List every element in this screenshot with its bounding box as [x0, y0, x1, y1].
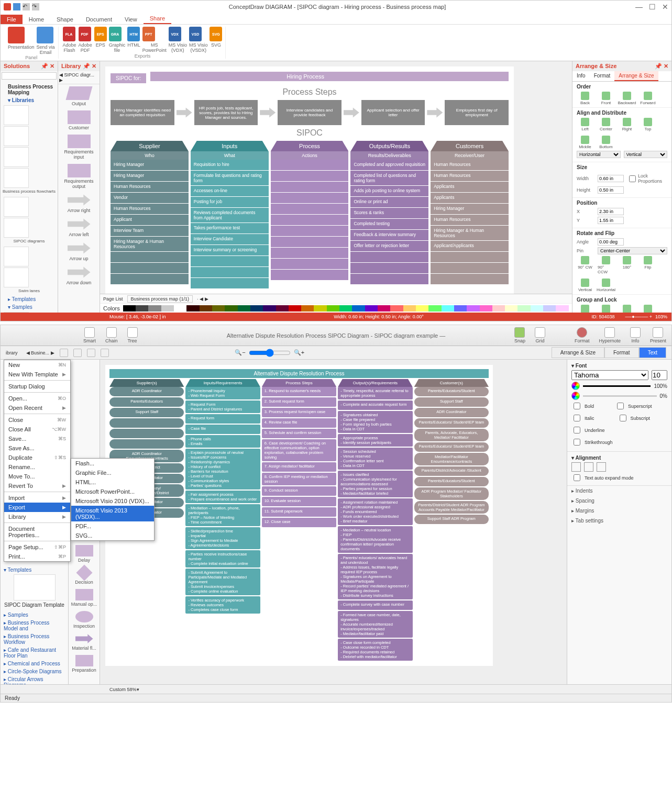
super-checkbox[interactable]: Superscript — [615, 402, 654, 410]
sipoc-cell[interactable]: Interview Team — [111, 226, 189, 236]
zoom-dropdown[interactable]: Custom 58% — [109, 687, 137, 692]
pin-icon[interactable]: 📌 ✕ — [41, 63, 54, 70]
sipoc-cell[interactable]: Offer letter or rejection letter — [350, 241, 428, 251]
align-center-button[interactable] — [584, 462, 593, 472]
solution-link[interactable]: ▸ Chemical and Process — [1, 660, 68, 667]
adr-cell[interactable]: Support Staff — [109, 408, 184, 417]
menu-item-openrecent[interactable]: Open Recent▶ — [4, 403, 70, 413]
presentation-button[interactable]: Presentation — [8, 27, 35, 55]
y-input[interactable] — [598, 217, 624, 224]
thumb[interactable] — [4, 105, 29, 125]
menu-item-saveas[interactable]: Save As... — [4, 443, 70, 453]
ungroup-button[interactable]: UnGroup — [598, 305, 614, 313]
tool-hypernote[interactable]: Hypernote — [599, 327, 621, 343]
sipoc-cell[interactable]: Scores & ranks — [350, 208, 428, 218]
solutions-search[interactable] — [2, 72, 57, 80]
adr-cell[interactable]: 12. Close case — [262, 518, 336, 527]
front-button[interactable]: Front — [598, 92, 614, 105]
menu-item-export[interactable]: Export▶ — [4, 503, 70, 512]
color-swatch[interactable] — [276, 305, 289, 311]
process-step[interactable]: Interview candidates and provide feedbac… — [278, 100, 341, 125]
sipoc-cell[interactable]: Interview Candidate — [191, 234, 269, 244]
export-item[interactable]: PDF... — [71, 521, 154, 531]
color-swatch[interactable] — [289, 305, 301, 311]
adr-cell[interactable]: Parents/District/Student ADR Program Acc… — [414, 501, 489, 514]
color-swatch[interactable] — [517, 305, 530, 311]
color-swatch[interactable] — [263, 305, 276, 311]
solution-link[interactable]: ▸ Cafe and Restaurant Floor Plan — [1, 646, 68, 660]
auto-expand-checkbox[interactable]: Text auto expand mode — [571, 473, 667, 482]
adr-cell[interactable] — [109, 418, 184, 428]
page-nav[interactable]: · ◀ ▶ — [197, 296, 208, 302]
color-swatch[interactable] — [250, 305, 263, 311]
vsdx-export-button[interactable]: VSDMS Visio (VSDX) — [189, 27, 207, 53]
menu-item-pagesetup[interactable]: Page Setup...⇧⌘P — [4, 542, 70, 552]
adr-cell[interactable]: ADR Program Mediator/ Facilitator Stakeh… — [414, 487, 489, 500]
adr-cell[interactable]: 4. Review case file — [262, 418, 336, 428]
pin-select[interactable]: Center-Center — [598, 247, 667, 254]
tool-chain[interactable]: Chain — [105, 327, 118, 343]
adr-cell[interactable]: - Complete and accurate request form — [338, 400, 412, 410]
thumb[interactable] — [4, 312, 29, 313]
mac-lib-item[interactable]: Inspection — [69, 611, 100, 629]
solution-link[interactable]: ▸ Business Process Model and — [1, 619, 68, 632]
tool-format[interactable]: Format — [575, 327, 590, 343]
color-swatch[interactable] — [365, 305, 378, 311]
canvas[interactable]: SIPOC for: Hiring Process Process Steps … — [100, 61, 572, 294]
lock-proportions[interactable]: Lock Proportions — [627, 172, 645, 185]
tab-format[interactable]: Format — [604, 347, 639, 358]
tool-grid[interactable]: Grid — [535, 327, 545, 343]
thumb[interactable] — [4, 126, 29, 146]
color-swatch[interactable] — [378, 305, 390, 311]
adr-cell[interactable] — [109, 439, 184, 449]
adr-cell[interactable]: - Parties receive instructions/case numb… — [185, 550, 260, 568]
sipoc-cell[interactable]: Completed and approved requisition — [350, 160, 428, 170]
menu-item-open[interactable]: Open...⌘O — [4, 394, 70, 403]
sipoc-cell[interactable]: Accesses on-line — [191, 186, 269, 196]
sipoc-cell[interactable]: Requisition to hire — [191, 160, 269, 170]
color-swatch[interactable] — [543, 305, 556, 311]
adr-cell[interactable]: 10. Evaluate session — [262, 497, 336, 506]
tool-pointer[interactable] — [60, 349, 68, 357]
menu-item-rename[interactable]: Rename... — [4, 462, 70, 472]
bottom-button[interactable]: Bottom — [598, 136, 614, 149]
sipoc-cell[interactable]: Formulate list questions and rating form — [191, 171, 269, 185]
tab-view[interactable]: View — [118, 15, 144, 24]
zoom-in-icon[interactable]: 🔍+ — [294, 349, 304, 356]
font-family-select[interactable]: Tahoma — [571, 370, 648, 380]
thumb[interactable] — [4, 218, 29, 238]
tool-smart[interactable]: Smart — [83, 327, 96, 343]
highlight-color-icon[interactable] — [571, 392, 580, 400]
flip-button[interactable]: Flip — [640, 256, 656, 274]
thumb[interactable] — [4, 197, 29, 217]
export-item[interactable]: Microsoft Visio 2013 (VSDX)... — [71, 506, 154, 521]
tab-shape[interactable]: Shape — [50, 15, 80, 24]
sipoc-cell[interactable]: Hiring Manager & Human Resources — [431, 226, 509, 240]
sipoc-cell[interactable]: Human Resources — [431, 160, 509, 170]
sol-template[interactable]: SIPOC Diagram Template — [1, 574, 68, 608]
menu-item-newwithtemplate[interactable]: New With Template▶ — [4, 370, 70, 379]
send-email-button[interactable]: Send via Email — [37, 27, 55, 55]
adr-cell[interactable]: Parents/District/Advocate /Student — [414, 466, 489, 476]
redo-icon[interactable]: ↷ — [32, 3, 39, 10]
adr-cell[interactable]: - Fair assignment process - Prepare encu… — [185, 491, 260, 503]
adr-cell[interactable]: - Assignment rotation maintained - ADR p… — [338, 498, 412, 525]
library-item[interactable]: Arrow left — [60, 217, 97, 237]
tree-samples[interactable]: ▾ Samples — [3, 303, 56, 311]
adr-cell[interactable]: 9. Conduct session — [262, 486, 336, 496]
adr-cell[interactable]: 1. Respond to customer's needs — [262, 387, 336, 396]
adr-cell[interactable]: 11. Submit paperwork — [262, 507, 336, 517]
tool-present[interactable]: Present — [650, 327, 666, 343]
export-item[interactable]: Flash... — [71, 459, 154, 468]
sipoc-cell[interactable]: Completed testing — [350, 219, 428, 229]
sipoc-cell[interactable]: Feedback & interview summary — [350, 230, 428, 240]
solution-link[interactable]: ▸ Circular Arrows Diagrams — [1, 675, 68, 684]
color-swatch[interactable] — [480, 305, 492, 311]
menu-item-save[interactable]: Save...⌘S — [4, 434, 70, 443]
lock-button[interactable]: Lock — [640, 305, 656, 313]
svg-export-button[interactable]: SVGSVG — [210, 27, 222, 53]
cw-button[interactable]: 90° CW — [577, 256, 593, 274]
color-swatch[interactable] — [148, 305, 161, 311]
sipoc-cell[interactable]: Takes performance test — [191, 223, 269, 233]
adr-cell[interactable]: - Complete survey with case number — [338, 600, 412, 610]
